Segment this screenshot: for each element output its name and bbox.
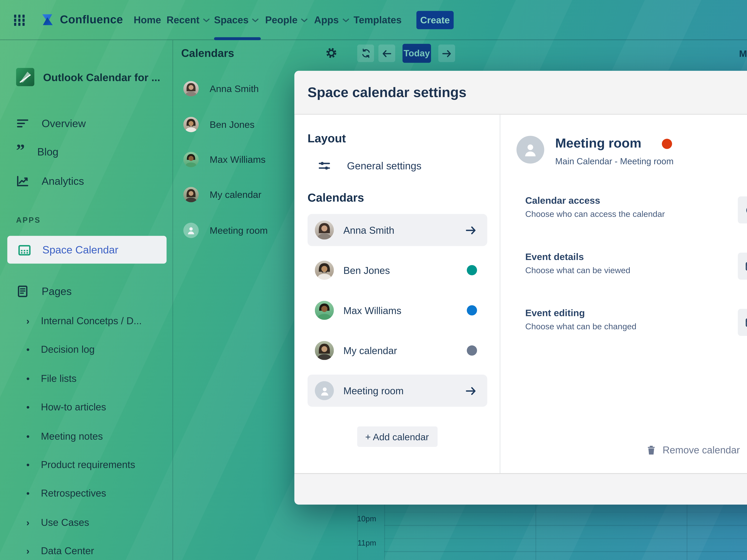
avatar [183,116,199,132]
modal-footer: Submit Cancel [294,473,747,504]
nav-home[interactable]: Home [134,0,161,39]
modal-calendar-row-anna-smith[interactable]: Anna Smith [308,214,487,246]
chevron-right-icon: › [26,516,41,528]
refresh-icon [361,48,371,58]
confluence-logo-icon [40,12,56,28]
setting-label: Event details [525,251,630,262]
overview-icon [16,117,29,130]
calendar-subtitle: Main Calendar - Meeting room [555,156,674,166]
status-color-dot [662,138,672,149]
add-calendar-button[interactable]: + Add calendar [357,426,437,447]
page-item-file-lists[interactable]: •File lists [0,367,173,389]
chevron-down-icon [203,18,210,23]
nav-recent[interactable]: Recent [166,0,210,39]
setting-row-event-details: Event details Choose what can be viewed … [516,251,747,280]
modal-calendar-row-ben-jones[interactable]: Ben Jones [308,254,487,286]
refresh-button[interactable] [357,45,374,62]
page-item-retrospectives[interactable]: •Retrospectives [0,482,173,504]
calendars-heading: Calendars [308,191,487,205]
modal-calendar-row-my-calendar[interactable]: My calendar [308,335,487,367]
setting-label: Calendar access [525,195,665,206]
calendar-detail-header: Meeting room Main Calendar - Meeting roo… [516,136,747,166]
confluence-app: Confluence Home Recent Spaces People App… [0,0,747,560]
pages-icon [16,285,29,298]
arrow-right-icon [465,384,477,397]
page-item-internal-concetps[interactable]: ›Internal Concetps / D... [0,310,173,331]
person-icon [516,136,544,163]
event-details-dropdown[interactable]: Title and location [738,253,747,280]
trash-icon [646,445,656,456]
blog-icon: ” [16,147,25,157]
active-nav-indicator [214,37,261,40]
modal-right-panel: Meeting room Main Calendar - Meeting roo… [500,115,747,473]
bullet-icon: • [26,401,41,412]
calendar-add-icon [745,260,747,272]
current-date-label: March 23, 2021 [721,48,747,59]
bullet-icon: • [26,487,41,498]
modal-header: Space calendar settings [294,71,747,114]
confluence-logo[interactable]: Confluence [40,12,123,28]
color-dot [467,305,477,315]
chevron-down-icon [252,18,259,23]
nav-apps[interactable]: Apps [314,0,349,39]
arrow-right-icon [441,48,452,59]
nav-spaces[interactable]: Spaces [214,0,259,39]
general-settings-item[interactable]: General settings [308,159,487,172]
time-label-10pm: 10pm [332,514,376,523]
avatar [183,187,199,202]
sliders-icon [318,159,331,172]
setting-description: Choose what can be viewed [525,266,630,275]
space-logo-icon [16,68,34,86]
setting-description: Choose what can be changed [525,322,637,331]
space-header[interactable]: Outlook Calendar for ... [16,68,162,86]
sidebar-item-analytics[interactable]: Analytics [0,167,173,195]
avatar [315,341,334,360]
person-icon [315,381,334,400]
chevron-down-icon [301,18,308,23]
calendar-add-icon [745,317,747,328]
remove-calendar-button[interactable]: Remove calendar [646,445,740,456]
modal-calendar-row-max-williams[interactable]: Max Williams [308,294,487,326]
arrow-right-icon [465,224,477,236]
calendar-access-dropdown[interactable]: Shared permissi... [738,196,747,223]
page-item-decision-log[interactable]: •Decision log [0,338,173,360]
setting-row-calendar-access: Calendar access Choose who can access th… [516,195,747,223]
event-editing-dropdown[interactable]: Send meeting re... [738,309,747,336]
globe-icon [745,204,747,216]
sidebar-item-blog[interactable]: ” Blog [0,138,173,166]
nav-templates[interactable]: Templates [354,0,402,39]
bullet-icon: • [26,459,41,470]
chevron-down-icon [342,18,349,23]
page-item-use-cases[interactable]: ›Use Cases [0,511,173,533]
time-label-11pm: 11pm [332,538,376,547]
sidebar-item-space-calendar[interactable]: Space Calendar [7,236,166,264]
sidebar-item-pages[interactable]: Pages [0,277,173,305]
previous-button[interactable] [379,45,395,62]
sidebar-item-overview[interactable]: Overview [0,109,173,137]
setting-description: Choose who can access the calendar [525,210,665,218]
space-calendar-icon [18,243,31,257]
today-button[interactable]: Today [403,44,431,63]
next-button[interactable] [438,45,455,62]
setting-label: Event editing [525,308,637,318]
page-item-how-to-articles[interactable]: •How-to articles [0,396,173,418]
color-dot [467,345,477,355]
setting-row-event-editing: Event editing Choose what can be changed… [516,308,747,336]
arrow-left-icon [381,48,392,59]
calendars-settings-gear-icon[interactable] [325,47,337,59]
apps-section-heading: APPS [16,215,41,224]
top-navigation-bar: Confluence Home Recent Spaces People App… [0,0,747,40]
page-item-product-requirements[interactable]: •Product requirements [0,453,173,475]
page-item-meeting-notes[interactable]: •Meeting notes [0,425,173,447]
space-sidebar: Outlook Calendar for ... Overview ” Blog… [0,40,173,560]
bullet-icon: • [26,430,41,441]
product-name: Confluence [60,13,123,26]
page-item-data-center[interactable]: ›Data Center [0,539,173,560]
app-switcher-icon[interactable] [13,14,26,26]
nav-people[interactable]: People [265,0,308,39]
chevron-right-icon: › [26,315,41,326]
modal-calendar-row-meeting-room[interactable]: Meeting room [308,375,487,407]
avatar [183,81,199,96]
avatar [315,261,334,280]
create-button[interactable]: Create [416,11,454,29]
